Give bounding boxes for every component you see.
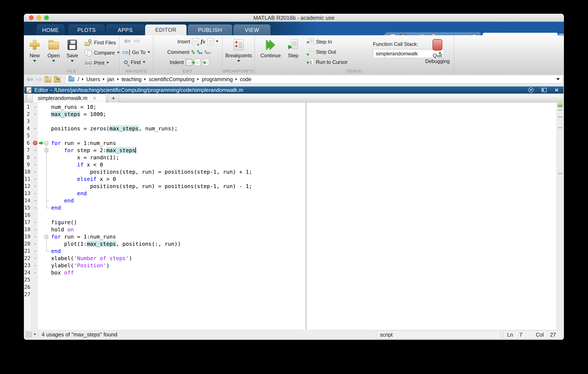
executable-line-marker[interactable]: - <box>34 233 37 240</box>
breadcrumb-segment[interactable]: scientificComputing <box>149 76 195 82</box>
code-line[interactable]: 3 <box>24 118 556 125</box>
tab-close-icon[interactable]: × <box>93 96 96 101</box>
code-line[interactable]: 20- plot(1:max_steps, positions(:, run)) <box>24 240 556 247</box>
comment-icon[interactable]: % <box>191 49 195 55</box>
executable-line-marker[interactable]: - <box>34 197 37 204</box>
code-line[interactable]: 16 <box>24 212 556 219</box>
code-line[interactable]: 27 <box>24 291 556 298</box>
folder-back-icon[interactable]: ⇦ <box>27 75 33 83</box>
code-line[interactable]: 8- x = randn(1); <box>24 154 556 161</box>
status-grip-icon[interactable] <box>26 331 32 338</box>
code-line[interactable]: 26 <box>24 284 556 291</box>
toolstrip-tab-publish[interactable]: PUBLISH <box>188 24 232 35</box>
executable-line-marker[interactable]: - <box>34 240 37 247</box>
status-grip-arrow-icon[interactable] <box>34 333 36 335</box>
code-fold-icon[interactable] <box>45 235 48 239</box>
code-line[interactable]: 14- end <box>24 197 556 204</box>
code-line[interactable]: 12- positions(step, run) = positions(ste… <box>24 182 556 190</box>
indent-button[interactable]: Indent <box>170 59 209 66</box>
insert-fx-icon[interactable]: fx <box>201 38 205 45</box>
insert-button[interactable]: Insert + fx <box>178 38 218 45</box>
print-button[interactable]: Print <box>85 59 109 66</box>
quit-debugging-button[interactable]: QuitDebugging <box>424 38 451 64</box>
executable-line-marker[interactable]: - <box>34 175 37 182</box>
step-out-button[interactable]: Step Out <box>307 48 336 55</box>
annotation-mark[interactable] <box>558 117 562 118</box>
code-line[interactable]: 11- elseif x > 0 <box>24 175 556 182</box>
executable-line-marker[interactable]: - <box>34 110 37 118</box>
toolstrip-tab-view[interactable]: VIEW <box>234 24 270 35</box>
new-button[interactable]: New <box>26 38 44 63</box>
code-line[interactable]: 18-hold on <box>24 226 556 233</box>
code-line[interactable]: 10- positions(step, run) = positions(ste… <box>24 168 556 175</box>
editor-close-icon[interactable]: × <box>555 87 558 93</box>
code-line[interactable]: 19-for run = 1:num_runs <box>24 233 556 240</box>
toolstrip-tab-home[interactable]: HOME <box>37 24 64 35</box>
find-button[interactable]: Find <box>123 59 145 65</box>
executable-line-marker[interactable]: - <box>34 147 37 154</box>
executable-line-marker[interactable]: - <box>34 182 37 190</box>
uncomment-icon[interactable]: %✱ <box>197 49 202 55</box>
breadcrumb-segment[interactable]: code <box>240 76 251 82</box>
breakpoints-button[interactable]: Breakpoints <box>230 38 248 63</box>
code-line[interactable]: 13- end <box>24 190 556 197</box>
code-area[interactable]: 1-num_runs = 10;2-max_steps = 1000;34-po… <box>24 103 564 330</box>
code-line[interactable]: 2-max_steps = 1000; <box>24 110 556 118</box>
continue-button[interactable]: Continue <box>259 38 282 58</box>
save-button[interactable]: Save <box>63 38 81 63</box>
code-line[interactable]: 22-xlabel('Number of steps') <box>24 255 556 262</box>
annotation-mark[interactable] <box>558 173 562 174</box>
breadcrumb-segment[interactable]: teaching <box>122 76 142 82</box>
forward-icon[interactable]: ⇨ <box>134 37 140 45</box>
step-in-button[interactable]: Step In <box>307 38 332 45</box>
code-line[interactable]: 24-box off <box>24 269 556 276</box>
executable-line-marker[interactable]: - <box>34 255 37 262</box>
executable-line-marker[interactable]: - <box>34 125 37 132</box>
breadcrumb-segment[interactable]: / <box>78 76 79 82</box>
file-tab[interactable]: simplerandomwalk.m × <box>32 94 106 103</box>
indent-left-icon[interactable] <box>203 59 209 66</box>
breadcrumb-segment[interactable]: Users <box>86 76 100 82</box>
executable-line-marker[interactable]: - <box>34 161 37 168</box>
code-line[interactable]: 25 <box>24 276 556 283</box>
code-line[interactable]: 23-ylabel('Position') <box>24 262 556 269</box>
code-line[interactable]: 6for run = 1:num_runs <box>24 139 556 147</box>
address-dropdown-icon[interactable] <box>556 78 560 80</box>
code-line[interactable]: 15-end <box>24 204 556 211</box>
breadcrumb-segment[interactable]: programming <box>202 76 233 82</box>
editor-dock-icon[interactable] <box>542 88 546 92</box>
toolstrip-tab-plots[interactable]: PLOTS <box>69 24 105 35</box>
executable-line-marker[interactable]: - <box>34 190 37 197</box>
address-field[interactable]: /UsersjanteachingscientificComputingprog… <box>65 75 563 84</box>
comment-button[interactable]: Comment % %✱ %↵ <box>167 49 210 55</box>
breakpoint-icon[interactable] <box>33 141 37 145</box>
breadcrumb-segment[interactable]: jan <box>107 76 114 82</box>
toolstrip-tab-apps[interactable]: APPS <box>106 24 144 35</box>
code-line[interactable]: 17-figure() <box>24 219 556 226</box>
executable-line-marker[interactable]: - <box>34 269 37 276</box>
back-icon[interactable]: ⇦ <box>124 37 130 45</box>
indent-right-icon[interactable] <box>194 59 201 66</box>
annotation-mark[interactable] <box>558 109 562 110</box>
code-line[interactable]: 7- for step = 2:max_steps <box>24 147 556 154</box>
executable-line-marker[interactable]: - <box>34 219 37 226</box>
code-line[interactable]: 21-end <box>24 247 556 255</box>
code-fold-icon[interactable] <box>45 141 48 145</box>
tab-grip[interactable] <box>25 95 27 102</box>
wrap-comments-icon[interactable]: %↵ <box>204 49 210 55</box>
run-to-cursor-button[interactable]: I Run to Cursor <box>307 59 347 66</box>
editor-actions-icon[interactable] <box>528 87 534 93</box>
annotation-mark[interactable] <box>558 127 562 128</box>
executable-line-marker[interactable]: - <box>34 103 37 110</box>
toolstrip-tab-editor[interactable]: EDITOR <box>145 24 187 35</box>
compare-button[interactable]: Compare <box>85 49 120 56</box>
folder-up-icon[interactable]: ↑ <box>45 77 51 82</box>
code-line[interactable]: 4-positions = zeros(max_steps, num_runs)… <box>24 125 556 132</box>
code-line[interactable]: 1-num_runs = 10; <box>24 103 556 110</box>
code-ok-indicator[interactable] <box>558 104 562 107</box>
executable-line-marker[interactable]: - <box>34 247 37 255</box>
executable-line-marker[interactable]: - <box>34 262 37 269</box>
code-line[interactable]: 9- if x < 0 <box>24 161 556 168</box>
executable-line-marker[interactable]: - <box>34 154 37 161</box>
annotation-bar[interactable] <box>556 103 564 330</box>
